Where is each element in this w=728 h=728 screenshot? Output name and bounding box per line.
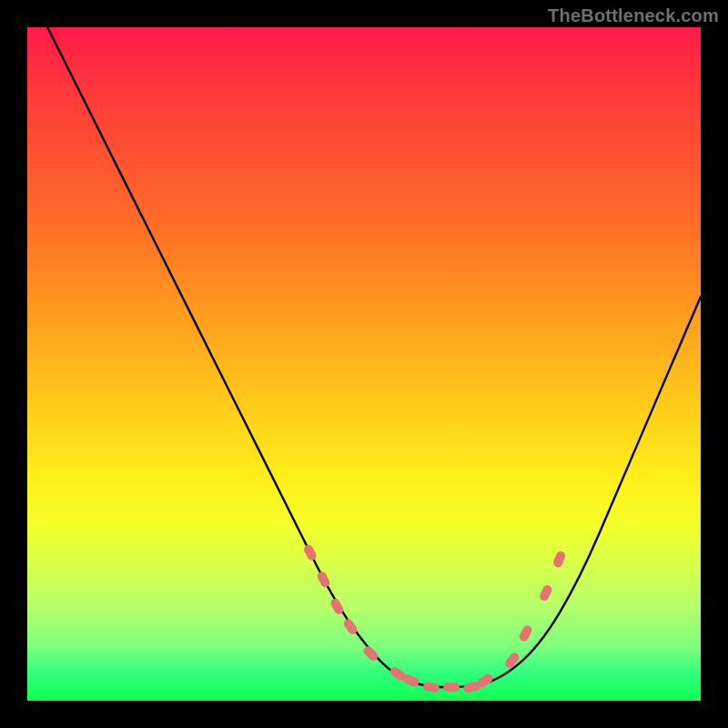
chart-frame: TheBottleneck.com <box>0 0 728 728</box>
fit-marker <box>362 644 380 662</box>
fit-marker <box>316 571 331 590</box>
fit-marker <box>443 682 460 692</box>
fit-marker <box>503 652 521 670</box>
watermark-label: TheBottleneck.com <box>548 5 719 26</box>
fit-marker <box>422 682 440 693</box>
fit-marker <box>539 583 554 602</box>
fit-marker <box>302 543 318 562</box>
bottleneck-curve-line <box>47 27 701 687</box>
curve-layer <box>27 27 701 701</box>
bottleneck-plot <box>27 27 701 701</box>
fit-marker <box>518 624 533 643</box>
fit-markers-group <box>302 543 566 693</box>
fit-marker <box>552 550 567 568</box>
